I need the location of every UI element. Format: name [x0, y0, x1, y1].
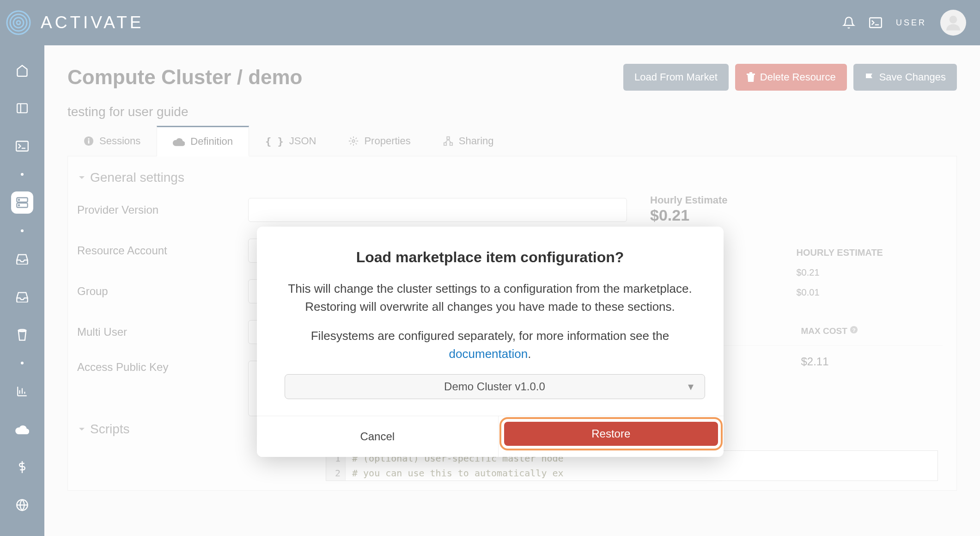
cancel-button[interactable]: Cancel: [257, 416, 499, 457]
modal-title: Load marketplace item configuration?: [285, 249, 696, 266]
modal-body-2: Filesystems are configured separately, f…: [285, 327, 696, 363]
restore-button[interactable]: Restore: [504, 422, 718, 446]
marketplace-select[interactable]: Demo Cluster v1.0.0 ▾: [285, 374, 705, 399]
load-market-modal: Load marketplace item configuration? Thi…: [257, 227, 724, 457]
chevron-down-icon: ▾: [688, 380, 694, 393]
modal-body-1: This will change the cluster settings to…: [285, 280, 696, 316]
documentation-link[interactable]: documentation: [449, 347, 528, 361]
